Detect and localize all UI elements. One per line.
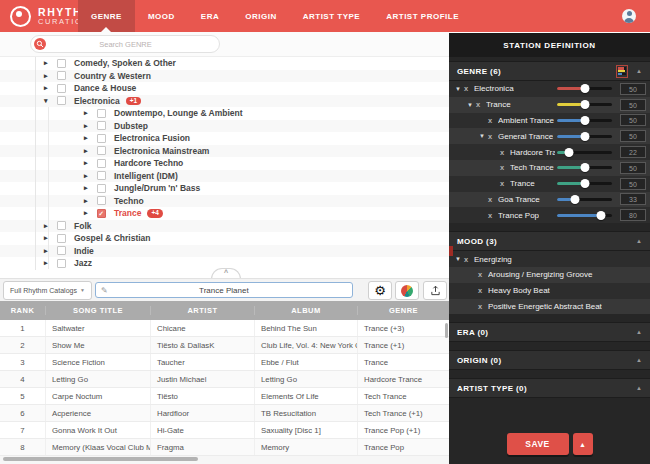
expand-arrow-icon[interactable]: ▸: [44, 57, 57, 70]
user-avatar[interactable]: [622, 9, 636, 23]
vertical-scrollbar-thumb[interactable]: [445, 323, 448, 338]
panel-resize-handle[interactable]: [449, 246, 453, 256]
chevron-up-icon[interactable]: ▲: [636, 357, 642, 363]
expand-arrow-icon[interactable]: ▸: [84, 170, 97, 183]
settings-button[interactable]: ⚙: [368, 281, 392, 300]
weight-slider[interactable]: [557, 151, 612, 154]
column-header[interactable]: ARTIST: [151, 306, 255, 315]
genre-checkbox[interactable]: [97, 196, 106, 205]
slider-handle[interactable]: [580, 179, 589, 188]
expand-arrow-icon[interactable]: ▸: [84, 157, 97, 170]
slider-value[interactable]: 50: [620, 130, 646, 142]
nav-tab[interactable]: GENRE: [78, 0, 135, 32]
genre-checkbox[interactable]: [97, 121, 106, 130]
table-row[interactable]: 1 Saltwater Chicane Behind The Sun Tranc…: [0, 320, 449, 337]
genre-tree-item[interactable]: ▸ Gospel & Christian: [0, 232, 449, 245]
genre-checkbox[interactable]: [57, 84, 66, 93]
genre-tree-item[interactable]: ▸ Dubstep: [0, 120, 449, 133]
column-header[interactable]: SONG TITLE: [46, 306, 151, 315]
slider-value[interactable]: 22: [620, 146, 646, 158]
nav-tab[interactable]: ORIGIN: [232, 0, 289, 32]
slider-handle[interactable]: [580, 163, 589, 172]
collapse-arrow-icon[interactable]: ▼: [479, 133, 488, 139]
chart-button[interactable]: [395, 281, 419, 300]
panel-section-header[interactable]: ARTIST TYPE (0) ▲: [449, 378, 650, 398]
genre-checkbox[interactable]: [97, 159, 106, 168]
chevron-up-icon[interactable]: ▲: [636, 238, 642, 244]
table-row[interactable]: 7 Gonna Work It Out Hi-Gate Saxuality [D…: [0, 422, 449, 439]
weight-slider[interactable]: [557, 182, 612, 185]
column-header[interactable]: RANK: [0, 306, 46, 315]
weight-slider[interactable]: [557, 198, 612, 201]
genre-section-header[interactable]: GENRE (6) ▲: [449, 61, 650, 81]
remove-icon[interactable]: x: [500, 179, 510, 188]
chevron-up-icon[interactable]: ▲: [636, 68, 642, 74]
nav-tab[interactable]: ARTIST TYPE: [290, 0, 374, 32]
slider-value[interactable]: 80: [620, 209, 646, 221]
expand-arrow-icon[interactable]: ▸: [84, 145, 97, 158]
chevron-up-icon[interactable]: ▲: [636, 385, 642, 391]
genre-checkbox[interactable]: [97, 171, 106, 180]
slider-value[interactable]: 50: [620, 114, 646, 126]
genre-checkbox[interactable]: [97, 209, 106, 218]
slider-handle[interactable]: [565, 148, 574, 157]
remove-icon[interactable]: x: [464, 255, 474, 264]
remove-icon[interactable]: x: [500, 148, 510, 157]
genre-tree-item[interactable]: ▸ Comedy, Spoken & Other: [0, 57, 449, 70]
horizontal-scrollbar-thumb[interactable]: [3, 457, 198, 461]
slider-value[interactable]: 50: [620, 162, 646, 174]
slider-value[interactable]: 50: [620, 99, 646, 111]
table-row[interactable]: 5 Carpe Noctum Tiësto Elements Of Life T…: [0, 388, 449, 405]
genre-tree-item[interactable]: ▾ Electronica +1: [0, 95, 449, 108]
expand-arrow-icon[interactable]: ▸: [44, 257, 57, 270]
genre-tree-item[interactable]: ▸ Electronica Fusion: [0, 132, 449, 145]
expand-arrow-icon[interactable]: ▸: [44, 70, 57, 83]
genre-checkbox[interactable]: [57, 246, 66, 255]
slider-value[interactable]: 33: [620, 193, 646, 205]
levels-icon[interactable]: [616, 65, 628, 78]
slider-handle[interactable]: [571, 195, 580, 204]
genre-tree-item[interactable]: ▸ Folk: [0, 220, 449, 233]
genre-tree-item[interactable]: ▸ Techno: [0, 195, 449, 208]
expand-arrow-icon[interactable]: ▸: [84, 120, 97, 133]
expand-arrow-icon[interactable]: ▸: [84, 107, 97, 120]
genre-checkbox[interactable]: [97, 134, 106, 143]
table-row[interactable]: 8 Memory (Klaas Vocal Club Mix) Fragma M…: [0, 439, 449, 456]
expand-arrow-icon[interactable]: ▸: [44, 220, 57, 233]
expand-arrow-icon[interactable]: ▸: [44, 232, 57, 245]
search-input[interactable]: [46, 40, 219, 49]
panel-section-header[interactable]: ERA (0) ▲: [449, 322, 650, 342]
table-row[interactable]: 3 Science Fiction Taucher Ebbe / Flut Tr…: [0, 354, 449, 371]
genre-checkbox[interactable]: [57, 59, 66, 68]
nav-tab[interactable]: ERA: [188, 0, 232, 32]
nav-tab[interactable]: ARTIST PROFILE: [373, 0, 472, 32]
remove-icon[interactable]: x: [478, 286, 488, 295]
column-header[interactable]: GENRE: [358, 306, 449, 315]
weight-slider[interactable]: [557, 166, 612, 169]
expand-arrow-icon[interactable]: ▸: [84, 207, 97, 220]
genre-checkbox[interactable]: [97, 146, 106, 155]
station-name-input[interactable]: [108, 285, 352, 296]
weight-slider[interactable]: [557, 87, 612, 90]
genre-tree-item[interactable]: ▸ Indie: [0, 245, 449, 258]
genre-checkbox[interactable]: [97, 184, 106, 193]
genre-tree-item[interactable]: ▸ Dance & House: [0, 82, 449, 95]
collapse-arrow-icon[interactable]: ▼: [467, 102, 476, 108]
slider-handle[interactable]: [597, 211, 606, 220]
genre-checkbox[interactable]: [57, 259, 66, 268]
expand-arrow-icon[interactable]: ▸: [44, 82, 57, 95]
remove-icon[interactable]: x: [488, 116, 498, 125]
nav-tab[interactable]: MOOD: [135, 0, 188, 32]
genre-checkbox[interactable]: [57, 234, 66, 243]
column-header[interactable]: ALBUM: [255, 306, 358, 315]
collapse-arrow-icon[interactable]: ▼: [455, 256, 464, 262]
genre-tree-item[interactable]: ▸ Electronica Mainstream: [0, 145, 449, 158]
remove-icon[interactable]: x: [478, 302, 488, 311]
remove-icon[interactable]: x: [464, 84, 474, 93]
remove-icon[interactable]: x: [478, 270, 488, 279]
expand-arrow-icon[interactable]: ▸: [84, 195, 97, 208]
export-button[interactable]: [423, 281, 447, 300]
weight-slider[interactable]: [557, 135, 612, 138]
expand-arrow-icon[interactable]: ▸: [84, 182, 97, 195]
chevron-up-icon[interactable]: ▲: [636, 329, 642, 335]
